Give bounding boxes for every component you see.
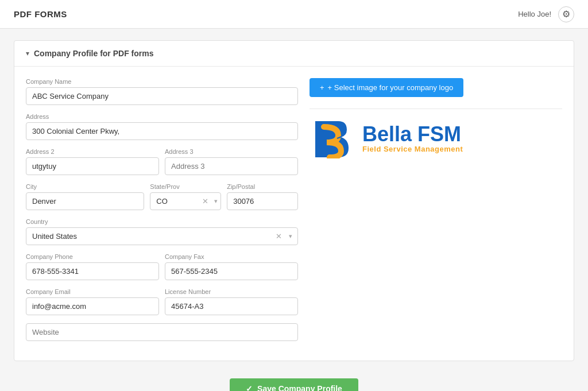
collapse-icon: ▾ <box>26 49 29 57</box>
save-label: Save Company Profile <box>257 384 342 391</box>
city-state-zip-group: City State/Prov CO CA NY TX ✕ <box>26 183 298 210</box>
phone-wrap: Company Phone <box>26 253 159 280</box>
fax-input[interactable] <box>165 262 298 280</box>
address-input[interactable] <box>26 122 298 140</box>
card-title: Company Profile for PDF forms <box>34 49 153 58</box>
logo-display: Bella FSM Field Service Management <box>310 109 562 158</box>
settings-icon[interactable]: ⚙ <box>558 6 574 22</box>
zip-wrap: Zip/Postal <box>227 183 298 210</box>
company-name-group: Company Name <box>26 78 298 105</box>
address2-label: Address 2 <box>26 148 159 155</box>
header-right: Hello Joe! ⚙ <box>518 6 574 22</box>
state-label: State/Prov <box>150 183 221 190</box>
main-content: ▾ Company Profile for PDF forms Company … <box>0 29 588 391</box>
select-logo-button[interactable]: + + Select image for your company logo <box>310 78 463 97</box>
address3-input[interactable] <box>165 157 298 175</box>
fax-wrap: Company Fax <box>165 253 298 280</box>
company-profile-card: ▾ Company Profile for PDF forms Company … <box>14 40 574 361</box>
state-wrap: State/Prov CO CA NY TX ✕ ▾ <box>150 183 221 210</box>
email-input[interactable] <box>26 297 159 315</box>
plus-icon: + <box>320 83 324 92</box>
fax-label: Company Fax <box>165 253 298 260</box>
city-label: City <box>26 183 144 190</box>
address23-group: Address 2 Address 3 <box>26 148 298 175</box>
zip-label: Zip/Postal <box>227 183 298 190</box>
website-input[interactable] <box>26 323 298 341</box>
website-group <box>26 323 298 341</box>
bella-text: Bella FSM Field Service Management <box>362 124 463 153</box>
city-input[interactable] <box>26 192 144 210</box>
address-group: Address <box>26 113 298 140</box>
user-greeting: Hello Joe! <box>518 10 551 18</box>
address2-input[interactable] <box>26 157 159 175</box>
country-select[interactable]: United States Canada United Kingdom Aust… <box>26 227 298 245</box>
address-label: Address <box>26 113 298 120</box>
email-license-group: Company Email License Number <box>26 288 298 315</box>
save-check-icon: ✓ <box>246 384 253 391</box>
country-label: Country <box>26 218 298 225</box>
card-body: Company Name Address Address 2 Address 3 <box>14 67 574 361</box>
zip-input[interactable] <box>227 192 298 210</box>
license-label: License Number <box>165 288 298 295</box>
save-company-profile-button[interactable]: ✓ Save Company Profile <box>230 378 358 391</box>
country-clear-icon[interactable]: ✕ <box>276 232 282 241</box>
license-wrap: License Number <box>165 288 298 315</box>
company-name-label: Company Name <box>26 78 298 85</box>
bella-main-text: Bella FSM <box>362 124 463 145</box>
card-header[interactable]: ▾ Company Profile for PDF forms <box>14 41 574 67</box>
license-input[interactable] <box>165 297 298 315</box>
phone-label: Company Phone <box>26 253 159 260</box>
country-select-wrap: United States Canada United Kingdom Aust… <box>26 227 298 245</box>
email-wrap: Company Email <box>26 288 159 315</box>
form-section: Company Name Address Address 2 Address 3 <box>26 78 298 349</box>
country-group: Country United States Canada United King… <box>26 218 298 245</box>
state-select-wrap: CO CA NY TX ✕ ▾ <box>150 192 221 210</box>
bella-fsm-icon <box>310 118 355 158</box>
footer: ✓ Save Company Profile <box>14 373 574 391</box>
city-wrap: City <box>26 183 144 210</box>
app-header: PDF FORMS Hello Joe! ⚙ <box>0 0 588 29</box>
address3-wrap: Address 3 <box>165 148 298 175</box>
address3-label: Address 3 <box>165 148 298 155</box>
logo-section: + + Select image for your company logo <box>310 78 562 349</box>
address2-wrap: Address 2 <box>26 148 159 175</box>
phone-fax-group: Company Phone Company Fax <box>26 253 298 280</box>
bella-sub-text: Field Service Management <box>362 145 463 153</box>
select-logo-label: + Select image for your company logo <box>328 83 454 92</box>
state-select[interactable]: CO CA NY TX <box>150 192 221 210</box>
state-clear-icon[interactable]: ✕ <box>202 197 208 206</box>
company-name-input[interactable] <box>26 87 298 105</box>
phone-input[interactable] <box>26 262 159 280</box>
app-title: PDF FORMS <box>14 9 67 19</box>
email-label: Company Email <box>26 288 159 295</box>
